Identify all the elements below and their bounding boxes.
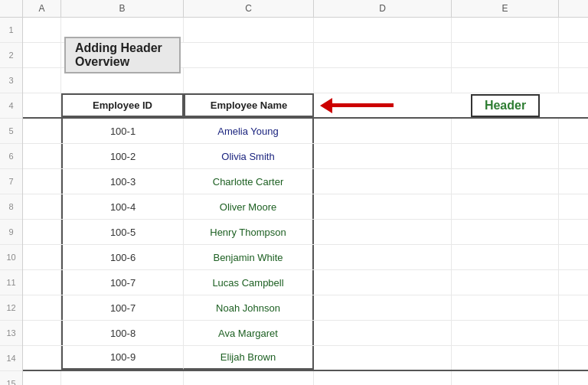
cell-15e[interactable]	[452, 371, 559, 385]
cell-5d[interactable]	[314, 119, 452, 143]
row-num-2[interactable]: 2	[0, 43, 22, 68]
header-annotation-label: Header	[471, 94, 540, 117]
row-num-12[interactable]: 12	[0, 295, 22, 321]
cell-2b[interactable]: Adding Header Overview	[61, 43, 184, 67]
cell-7e[interactable]	[452, 169, 559, 194]
cell-8d[interactable]	[314, 194, 452, 219]
row-9: 100-5 Henry Thompson	[23, 220, 588, 245]
cell-12c-name[interactable]: Noah Johnson	[184, 295, 314, 320]
cell-11a[interactable]	[23, 270, 61, 295]
cell-14a[interactable]	[23, 346, 61, 370]
cell-14c-name[interactable]: Elijah Brown	[184, 346, 314, 370]
cell-5a[interactable]	[23, 119, 61, 143]
cell-8c-name[interactable]: Oliver Moore	[184, 194, 314, 219]
col-header-e[interactable]: E	[452, 0, 559, 17]
cell-15c[interactable]	[184, 371, 314, 385]
cell-10a[interactable]	[23, 245, 61, 269]
row-num-7[interactable]: 7	[0, 169, 22, 194]
cell-11c-name[interactable]: Lucas Campbell	[184, 270, 314, 295]
cell-12d[interactable]	[314, 295, 452, 320]
cell-1e[interactable]	[452, 18, 559, 42]
cell-4a[interactable]	[23, 93, 61, 117]
cell-8b-id[interactable]: 100-4	[61, 194, 184, 219]
col-header-a[interactable]: A	[23, 0, 61, 17]
employee-name-header[interactable]: Employee Name	[184, 93, 314, 117]
row-num-8[interactable]: 8	[0, 194, 22, 220]
cell-1c[interactable]	[184, 18, 314, 42]
cell-6d[interactable]	[314, 144, 452, 168]
cell-10d[interactable]	[314, 245, 452, 269]
cell-7a[interactable]	[23, 169, 61, 194]
col-header-c[interactable]: C	[184, 0, 314, 17]
cell-3d[interactable]	[314, 68, 452, 93]
cell-13a[interactable]	[23, 321, 61, 345]
row-num-6[interactable]: 6	[0, 144, 22, 169]
cell-6a[interactable]	[23, 144, 61, 168]
employee-id-header[interactable]: Employee ID	[61, 93, 184, 117]
cell-7c-name[interactable]: Charlotte Carter	[184, 169, 314, 194]
cell-6b-id[interactable]: 100-2	[61, 144, 184, 168]
row-num-5[interactable]: 5	[0, 119, 22, 144]
cell-9d[interactable]	[314, 220, 452, 244]
row-2: Adding Header Overview	[23, 43, 588, 68]
cell-9e[interactable]	[452, 220, 559, 244]
cell-12a[interactable]	[23, 295, 61, 320]
row-6: 100-2 Olivia Smith	[23, 144, 588, 169]
cell-12b-id[interactable]: 100-7	[61, 295, 184, 320]
cell-2a[interactable]	[23, 43, 61, 67]
row-num-13[interactable]: 13	[0, 321, 22, 346]
cell-13b-id[interactable]: 100-8	[61, 321, 184, 345]
cell-4e-label: Header	[452, 93, 559, 117]
cell-10c-name[interactable]: Benjamin White	[184, 245, 314, 269]
cell-5e[interactable]	[452, 119, 559, 143]
row-num-1[interactable]: 1	[0, 18, 22, 43]
cell-10e[interactable]	[452, 245, 559, 269]
cell-7b-id[interactable]: 100-3	[61, 169, 184, 194]
cell-15a[interactable]	[23, 371, 61, 385]
row-4-header: Employee ID Employee Name Header	[23, 93, 588, 119]
cell-3e[interactable]	[452, 68, 559, 93]
row-num-14[interactable]: 14	[0, 346, 22, 371]
cell-2c[interactable]	[184, 43, 314, 67]
cell-1d[interactable]	[314, 18, 452, 42]
cell-9a[interactable]	[23, 220, 61, 244]
cell-13c-name[interactable]: Ava Margaret	[184, 321, 314, 345]
cell-5b-id[interactable]: 100-1	[61, 119, 184, 143]
cell-9b-id[interactable]: 100-5	[61, 220, 184, 244]
cell-6c-name[interactable]: Olivia Smith	[184, 144, 314, 168]
cell-9c-name[interactable]: Henry Thompson	[184, 220, 314, 244]
cell-11d[interactable]	[314, 270, 452, 295]
cell-7d[interactable]	[314, 169, 452, 194]
cell-8a[interactable]	[23, 194, 61, 219]
cell-14e[interactable]	[452, 346, 559, 370]
row-14: 100-9 Elijah Brown	[23, 346, 588, 371]
cell-14d[interactable]	[314, 346, 452, 370]
row-num-3[interactable]: 3	[0, 68, 22, 93]
cell-11e[interactable]	[452, 270, 559, 295]
cell-3c[interactable]	[184, 68, 314, 93]
row-num-10[interactable]: 10	[0, 245, 22, 270]
cell-1a[interactable]	[23, 18, 61, 42]
col-header-b[interactable]: B	[61, 0, 184, 17]
row-num-4[interactable]: 4	[0, 93, 22, 119]
cell-15d[interactable]	[314, 371, 452, 385]
cell-13e[interactable]	[452, 321, 559, 345]
cell-2e[interactable]	[452, 43, 559, 67]
cell-4d-arrow	[314, 93, 452, 117]
cell-11b-id[interactable]: 100-7	[61, 270, 184, 295]
row-num-11[interactable]: 11	[0, 270, 22, 295]
cell-13d[interactable]	[314, 321, 452, 345]
col-header-d[interactable]: D	[314, 0, 452, 17]
cell-5c-name[interactable]: Amelia Young	[184, 119, 314, 143]
row-num-9[interactable]: 9	[0, 220, 22, 245]
cell-12e[interactable]	[452, 295, 559, 320]
row-num-15[interactable]: 15	[0, 371, 22, 385]
cell-10b-id[interactable]: 100-6	[61, 245, 184, 269]
cell-2d[interactable]	[314, 43, 452, 67]
cell-8e[interactable]	[452, 194, 559, 219]
row-12: 100-7 Noah Johnson	[23, 295, 588, 321]
cell-15b[interactable]	[61, 371, 184, 385]
cell-14b-id[interactable]: 100-9	[61, 346, 184, 370]
cell-6e[interactable]	[452, 144, 559, 168]
cell-3a[interactable]	[23, 68, 61, 93]
